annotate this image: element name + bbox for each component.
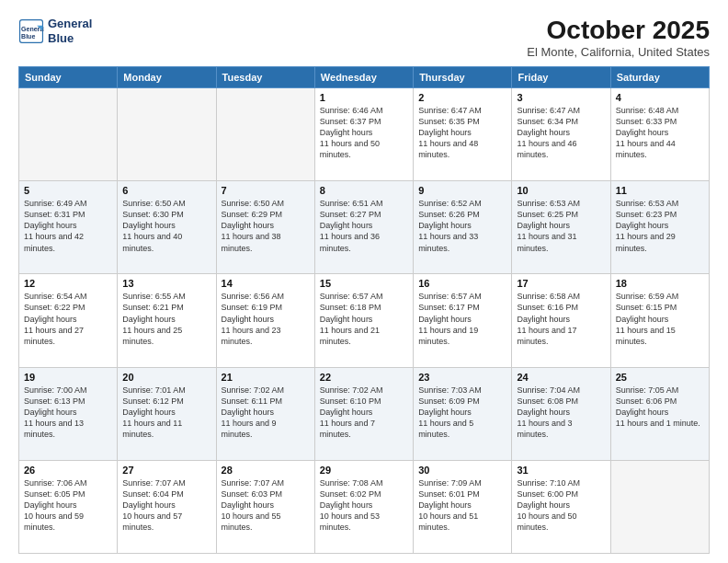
- cell-text: Sunrise: 7:06 AMSunset: 6:05 PMDaylight …: [24, 477, 112, 534]
- table-row: 16Sunrise: 6:57 AMSunset: 6:17 PMDayligh…: [414, 274, 512, 367]
- cell-text: Sunrise: 7:09 AMSunset: 6:01 PMDaylight …: [418, 477, 506, 534]
- cell-text: Sunrise: 6:52 AMSunset: 6:26 PMDaylight …: [418, 198, 506, 254]
- header: General Blue General Blue October 2025 E…: [18, 17, 710, 59]
- table-row: 14Sunrise: 6:56 AMSunset: 6:19 PMDayligh…: [216, 274, 314, 367]
- day-number: 10: [517, 185, 605, 196]
- cell-text: Sunrise: 6:46 AMSunset: 6:37 PMDaylight …: [320, 105, 408, 161]
- table-row: 11Sunrise: 6:53 AMSunset: 6:23 PMDayligh…: [610, 181, 709, 274]
- cell-text: Sunrise: 6:53 AMSunset: 6:25 PMDaylight …: [517, 198, 605, 254]
- cell-text: Sunrise: 6:47 AMSunset: 6:34 PMDaylight …: [517, 105, 605, 161]
- table-row: 7Sunrise: 6:50 AMSunset: 6:29 PMDaylight…: [216, 181, 314, 274]
- day-number: 20: [122, 372, 210, 383]
- day-number: 7: [222, 185, 310, 196]
- day-number: 8: [320, 185, 408, 196]
- table-row: 29Sunrise: 7:08 AMSunset: 6:02 PMDayligh…: [314, 460, 413, 553]
- table-row: 20Sunrise: 7:01 AMSunset: 6:12 PMDayligh…: [118, 367, 216, 460]
- cell-text: Sunrise: 7:01 AMSunset: 6:12 PMDaylight …: [122, 385, 210, 441]
- table-row: 22Sunrise: 7:02 AMSunset: 6:10 PMDayligh…: [314, 367, 413, 460]
- table-row: 18Sunrise: 6:59 AMSunset: 6:15 PMDayligh…: [610, 274, 709, 367]
- cell-text: Sunrise: 6:58 AMSunset: 6:16 PMDaylight …: [517, 291, 605, 347]
- table-row: 10Sunrise: 6:53 AMSunset: 6:25 PMDayligh…: [512, 181, 610, 274]
- table-row: 8Sunrise: 6:51 AMSunset: 6:27 PMDaylight…: [314, 181, 413, 274]
- month-title: October 2025: [527, 17, 710, 45]
- cell-text: Sunrise: 6:47 AMSunset: 6:35 PMDaylight …: [418, 105, 506, 161]
- svg-text:Blue: Blue: [21, 32, 35, 39]
- cell-text: Sunrise: 6:51 AMSunset: 6:27 PMDaylight …: [320, 198, 408, 254]
- cell-text: Sunrise: 7:07 AMSunset: 6:03 PMDaylight …: [222, 477, 310, 534]
- cell-text: Sunrise: 7:02 AMSunset: 6:11 PMDaylight …: [222, 385, 310, 441]
- cell-text: Sunrise: 7:04 AMSunset: 6:08 PMDaylight …: [517, 385, 605, 441]
- day-number: 19: [24, 372, 112, 383]
- table-row: 26Sunrise: 7:06 AMSunset: 6:05 PMDayligh…: [19, 460, 118, 553]
- day-number: 13: [122, 278, 210, 289]
- cell-text: Sunrise: 6:53 AMSunset: 6:23 PMDaylight …: [616, 198, 704, 254]
- day-number: 17: [517, 278, 605, 289]
- day-number: 16: [418, 278, 506, 289]
- table-row: 13Sunrise: 6:55 AMSunset: 6:21 PMDayligh…: [118, 274, 216, 367]
- table-row: 3Sunrise: 6:47 AMSunset: 6:34 PMDaylight…: [512, 87, 610, 180]
- cell-text: Sunrise: 6:50 AMSunset: 6:29 PMDaylight …: [222, 198, 310, 254]
- cell-text: Sunrise: 6:54 AMSunset: 6:22 PMDaylight …: [24, 291, 112, 347]
- cell-text: Sunrise: 6:59 AMSunset: 6:15 PMDaylight …: [616, 291, 704, 347]
- table-row: 24Sunrise: 7:04 AMSunset: 6:08 PMDayligh…: [512, 367, 610, 460]
- calendar-body: 1Sunrise: 6:46 AMSunset: 6:37 PMDaylight…: [19, 87, 710, 553]
- calendar-header-row: Sunday Monday Tuesday Wednesday Thursday…: [19, 66, 710, 87]
- table-row: 2Sunrise: 6:47 AMSunset: 6:35 PMDaylight…: [414, 87, 512, 180]
- day-number: 30: [418, 465, 506, 476]
- cell-text: Sunrise: 6:49 AMSunset: 6:31 PMDaylight …: [24, 198, 112, 254]
- table-row: 17Sunrise: 6:58 AMSunset: 6:16 PMDayligh…: [512, 274, 610, 367]
- table-row: [216, 87, 314, 180]
- logo: General Blue General Blue: [18, 17, 92, 45]
- day-number: 22: [320, 372, 408, 383]
- day-number: 24: [517, 372, 605, 383]
- cell-text: Sunrise: 7:08 AMSunset: 6:02 PMDaylight …: [320, 477, 408, 534]
- col-monday: Monday: [118, 66, 216, 87]
- table-row: 28Sunrise: 7:07 AMSunset: 6:03 PMDayligh…: [216, 460, 314, 553]
- col-thursday: Thursday: [414, 66, 512, 87]
- col-tuesday: Tuesday: [216, 66, 314, 87]
- day-number: 25: [616, 372, 704, 383]
- table-row: 15Sunrise: 6:57 AMSunset: 6:18 PMDayligh…: [314, 274, 413, 367]
- day-number: 2: [418, 92, 506, 103]
- day-number: 3: [517, 92, 605, 103]
- page: General Blue General Blue October 2025 E…: [0, 0, 728, 563]
- day-number: 4: [616, 92, 704, 103]
- col-friday: Friday: [512, 66, 610, 87]
- table-row: 19Sunrise: 7:00 AMSunset: 6:13 PMDayligh…: [19, 367, 118, 460]
- table-row: 9Sunrise: 6:52 AMSunset: 6:26 PMDaylight…: [414, 181, 512, 274]
- day-number: 12: [24, 278, 112, 289]
- table-row: 27Sunrise: 7:07 AMSunset: 6:04 PMDayligh…: [118, 460, 216, 553]
- day-number: 14: [222, 278, 310, 289]
- day-number: 9: [418, 185, 506, 196]
- calendar-week-row: 1Sunrise: 6:46 AMSunset: 6:37 PMDaylight…: [19, 87, 710, 180]
- title-block: October 2025 El Monte, California, Unite…: [527, 17, 710, 59]
- table-row: [610, 460, 709, 553]
- cell-text: Sunrise: 7:03 AMSunset: 6:09 PMDaylight …: [418, 385, 506, 441]
- table-row: 21Sunrise: 7:02 AMSunset: 6:11 PMDayligh…: [216, 367, 314, 460]
- day-number: 23: [418, 372, 506, 383]
- day-number: 28: [222, 465, 310, 476]
- day-number: 1: [320, 92, 408, 103]
- table-row: 6Sunrise: 6:50 AMSunset: 6:30 PMDaylight…: [118, 181, 216, 274]
- calendar-week-row: 19Sunrise: 7:00 AMSunset: 6:13 PMDayligh…: [19, 367, 710, 460]
- table-row: 4Sunrise: 6:48 AMSunset: 6:33 PMDaylight…: [610, 87, 709, 180]
- table-row: [19, 87, 118, 180]
- table-row: 25Sunrise: 7:05 AMSunset: 6:06 PMDayligh…: [610, 367, 709, 460]
- cell-text: Sunrise: 6:56 AMSunset: 6:19 PMDaylight …: [222, 291, 310, 347]
- calendar-week-row: 5Sunrise: 6:49 AMSunset: 6:31 PMDaylight…: [19, 181, 710, 274]
- cell-text: Sunrise: 6:50 AMSunset: 6:30 PMDaylight …: [122, 198, 210, 254]
- cell-text: Sunrise: 6:48 AMSunset: 6:33 PMDaylight …: [616, 105, 704, 161]
- day-number: 6: [122, 185, 210, 196]
- location: El Monte, California, United States: [527, 45, 710, 59]
- cell-text: Sunrise: 7:07 AMSunset: 6:04 PMDaylight …: [122, 477, 210, 534]
- day-number: 29: [320, 465, 408, 476]
- cell-text: Sunrise: 6:55 AMSunset: 6:21 PMDaylight …: [122, 291, 210, 347]
- day-number: 31: [517, 465, 605, 476]
- table-row: 12Sunrise: 6:54 AMSunset: 6:22 PMDayligh…: [19, 274, 118, 367]
- table-row: 1Sunrise: 6:46 AMSunset: 6:37 PMDaylight…: [314, 87, 413, 180]
- logo-text: General Blue: [48, 17, 92, 45]
- cell-text: Sunrise: 7:10 AMSunset: 6:00 PMDaylight …: [517, 477, 605, 534]
- calendar-week-row: 12Sunrise: 6:54 AMSunset: 6:22 PMDayligh…: [19, 274, 710, 367]
- cell-text: Sunrise: 7:02 AMSunset: 6:10 PMDaylight …: [320, 385, 408, 441]
- table-row: 30Sunrise: 7:09 AMSunset: 6:01 PMDayligh…: [414, 460, 512, 553]
